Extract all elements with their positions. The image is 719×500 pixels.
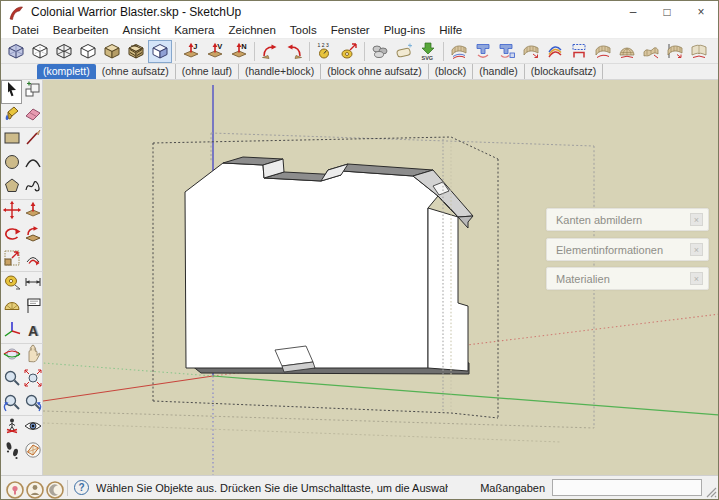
tool-paint-bucket[interactable]: [1, 104, 22, 128]
scene-tab-ohne-lauf[interactable]: (ohne lauf): [176, 64, 239, 79]
maximize-button[interactable]: □: [650, 1, 684, 22]
toolbar-button-style-back-edges[interactable]: [28, 40, 52, 63]
tool-protractor[interactable]: [1, 296, 22, 320]
tool-dimension[interactable]: [22, 272, 43, 296]
tool-arc[interactable]: [22, 152, 43, 176]
walk-icon: [2, 440, 22, 464]
scene-tab-komplett[interactable]: (komplett): [37, 64, 96, 79]
tool-3d-text[interactable]: AA: [22, 320, 43, 344]
tool-zoom-extents[interactable]: [22, 368, 43, 392]
tool-move[interactable]: [1, 200, 22, 224]
menu-item-kamera[interactable]: Kamera: [167, 23, 221, 37]
measurements-input[interactable]: [552, 479, 702, 496]
viewport-3d[interactable]: Kanten abmildern × Elementinformationen …: [43, 80, 718, 475]
toolbar-button-mesh-wave[interactable]: [639, 40, 663, 63]
menu-item-bearbeiten[interactable]: Bearbeiten: [46, 23, 116, 37]
tool-freehand[interactable]: [22, 176, 43, 200]
toolbar-button-tee-square[interactable]: [495, 40, 519, 63]
tool-make-component[interactable]: [22, 80, 43, 104]
svg-text:V: V: [217, 42, 222, 51]
close-icon[interactable]: ×: [690, 213, 703, 226]
close-icon[interactable]: ×: [690, 243, 703, 256]
credits-status-icon[interactable]: [45, 480, 61, 496]
scene-tab-block-ohne-aufsatz[interactable]: (block ohne aufsatz): [321, 64, 429, 79]
toolbar-button-vector-push-pull[interactable]: V: [203, 40, 227, 63]
minimize-button[interactable]: –: [616, 1, 650, 22]
toolbar-button-style-shaded-textures[interactable]: [124, 40, 148, 63]
scene-tab-blockaufsatz[interactable]: (blockaufsatz): [525, 64, 603, 79]
tool-orbit[interactable]: [1, 344, 22, 368]
tool-follow-me[interactable]: [22, 224, 43, 248]
toolbar-button-curved-flag[interactable]: [663, 40, 687, 63]
close-icon[interactable]: ×: [690, 272, 703, 285]
toolbar-button-curved-mesh[interactable]: [447, 40, 471, 63]
toolbar-button-rainbow-fan[interactable]: [543, 40, 567, 63]
tool-line[interactable]: [22, 128, 43, 152]
menu-item-ansicht[interactable]: Ansicht: [115, 23, 167, 37]
toolbar-button-book-curve[interactable]: [687, 40, 711, 63]
panel-title: Materialien: [556, 273, 690, 285]
author-status-icon[interactable]: [25, 480, 41, 496]
tool-text[interactable]: [22, 296, 43, 320]
toolbar-button-curl-arrow-a[interactable]: [258, 40, 282, 63]
menu-item-plug-ins[interactable]: Plug-ins: [377, 23, 433, 37]
tool-rotate[interactable]: [1, 224, 22, 248]
sketchup-logo-icon: [7, 4, 25, 20]
tool-circle[interactable]: [1, 152, 22, 176]
toolbar-button-style-monochrome[interactable]: [148, 40, 172, 63]
tool-offset[interactable]: [22, 248, 43, 272]
tool-push-pull[interactable]: [22, 200, 43, 224]
resize-grip-icon[interactable]: [705, 479, 718, 499]
toolbar-button-curl-arrow-b[interactable]: [282, 40, 306, 63]
toolbar-button-soap-skin[interactable]: [392, 40, 416, 63]
tool-previous-view[interactable]: [1, 392, 22, 416]
toolbar-button-fan-surface[interactable]: [519, 40, 543, 63]
scene-tab-block[interactable]: (block): [429, 64, 474, 79]
tool-zoom[interactable]: [1, 368, 22, 392]
toolbar-button-dashed-frame[interactable]: [567, 40, 591, 63]
menu-item-tools[interactable]: Tools: [283, 23, 324, 37]
toolbar-button-curved-sheet[interactable]: [591, 40, 615, 63]
toolbar-button-style-hidden-line[interactable]: [76, 40, 100, 63]
tool-axes[interactable]: [1, 320, 22, 344]
close-button[interactable]: ×: [684, 1, 718, 22]
menu-item-hilfe[interactable]: Hilfe: [432, 23, 469, 37]
tool-look-around[interactable]: [22, 416, 43, 440]
tool-section-plane[interactable]: [22, 440, 43, 464]
geolocation-status-icon[interactable]: [5, 480, 21, 496]
select-icon: [2, 80, 22, 104]
toolbar-button-number-dial[interactable]: 123: [313, 40, 337, 63]
panel-kanten-abmildern[interactable]: Kanten abmildern ×: [546, 208, 709, 231]
tool-eraser[interactable]: [22, 104, 43, 128]
scene-tab-ohne-aufsatz[interactable]: (ohne aufsatz): [96, 64, 176, 79]
toolbar-button-normal-push-pull[interactable]: N: [227, 40, 251, 63]
tool-walk[interactable]: [1, 440, 22, 464]
toolbar-button-style-shaded[interactable]: [100, 40, 124, 63]
scene-tab-handle[interactable]: (handle): [473, 64, 525, 79]
toolbar-button-style-xray[interactable]: [4, 40, 28, 63]
panel-materialien[interactable]: Materialien ×: [546, 267, 709, 290]
tool-next-view[interactable]: [22, 392, 43, 416]
help-icon[interactable]: ?: [74, 480, 89, 495]
tool-pan[interactable]: [22, 344, 43, 368]
toolbar-button-joint-push-pull[interactable]: J: [179, 40, 203, 63]
tool-select[interactable]: [1, 80, 22, 104]
rainbow-fan-icon: [545, 41, 565, 61]
menu-item-zeichnen[interactable]: Zeichnen: [221, 23, 282, 37]
scene-tab-handle+block[interactable]: (handle+block): [239, 64, 321, 79]
toolbar-button-tape-arrow[interactable]: [337, 40, 361, 63]
tool-scale[interactable]: [1, 248, 22, 272]
panel-elementinformationen[interactable]: Elementinformationen ×: [546, 238, 709, 261]
tool-position-camera[interactable]: [1, 416, 22, 440]
model[interactable]: [185, 157, 473, 374]
menu-item-fenster[interactable]: Fenster: [324, 23, 377, 37]
toolbar-button-tee-red-curve[interactable]: [471, 40, 495, 63]
toolbar-button-mesh-dome[interactable]: [615, 40, 639, 63]
tool-tape-measure[interactable]: [1, 272, 22, 296]
tool-polygon[interactable]: [1, 176, 22, 200]
tool-rectangle[interactable]: [1, 128, 22, 152]
toolbar-button-svg-export[interactable]: SVG: [416, 40, 440, 63]
menu-item-datei[interactable]: Datei: [5, 23, 46, 37]
toolbar-button-style-wireframe[interactable]: [52, 40, 76, 63]
toolbar-button-stones[interactable]: [368, 40, 392, 63]
